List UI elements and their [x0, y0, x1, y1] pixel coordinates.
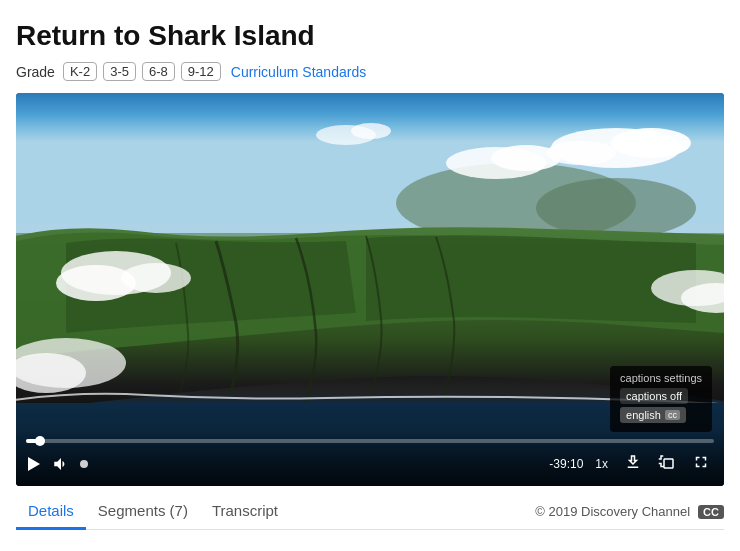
copyright-text: © 2019 Discovery Channel	[535, 504, 690, 519]
time-remaining: -39:10	[549, 457, 583, 471]
fullscreen-button[interactable]	[688, 451, 714, 476]
svg-point-12	[121, 263, 191, 293]
svg-point-6	[611, 128, 691, 158]
svg-point-9	[491, 145, 561, 171]
tabs-section: Details Segments (7) Transcript © 2019 D…	[16, 486, 724, 530]
lang-label: english	[626, 409, 661, 421]
pip-button[interactable]	[654, 451, 680, 476]
progress-dot	[35, 436, 45, 446]
grade-badge-68[interactable]: 6-8	[142, 62, 175, 81]
captions-off-button[interactable]: captions off	[620, 388, 688, 404]
speed-button[interactable]: 1x	[591, 455, 612, 473]
captions-settings-label: captions settings	[620, 372, 702, 384]
play-icon	[28, 457, 40, 471]
volume-button[interactable]	[50, 453, 72, 475]
lang-cc-badge: cc	[665, 410, 680, 420]
play-button[interactable]	[26, 455, 42, 473]
captions-overlay: captions settings captions off english c…	[610, 366, 712, 432]
page-container: Return to Shark Island Grade K-2 3-5 6-8…	[0, 0, 740, 530]
grade-row: Grade K-2 3-5 6-8 9-12 Curriculum Standa…	[16, 62, 724, 81]
grade-label: Grade	[16, 64, 55, 80]
cc-badge: CC	[698, 505, 724, 519]
fullscreen-icon	[692, 453, 710, 471]
copyright-area: © 2019 Discovery Channel CC	[535, 504, 724, 519]
volume-icon	[52, 455, 70, 473]
svg-point-3	[536, 178, 696, 238]
tab-details[interactable]: Details	[16, 494, 86, 530]
tab-transcript[interactable]: Transcript	[200, 494, 290, 530]
pip-icon	[658, 453, 676, 471]
controls-row: -39:10 1x	[26, 451, 714, 476]
download-icon	[624, 453, 642, 471]
captions-off-row: captions off	[620, 388, 702, 404]
page-title: Return to Shark Island	[16, 20, 724, 52]
grade-badge-912[interactable]: 9-12	[181, 62, 221, 81]
grade-badge-35[interactable]: 3-5	[103, 62, 136, 81]
grade-badge-k2[interactable]: K-2	[63, 62, 97, 81]
captions-language: english cc	[620, 407, 686, 423]
tab-segments[interactable]: Segments (7)	[86, 494, 200, 530]
video-player[interactable]: captions settings captions off english c…	[16, 93, 724, 486]
download-button[interactable]	[620, 451, 646, 476]
captions-lang-row: english cc	[620, 407, 702, 423]
curriculum-standards-link[interactable]: Curriculum Standards	[231, 64, 366, 80]
progress-bar[interactable]	[26, 439, 714, 443]
buffer-dot	[80, 460, 88, 468]
video-controls: -39:10 1x	[16, 431, 724, 486]
svg-point-18	[351, 123, 391, 139]
